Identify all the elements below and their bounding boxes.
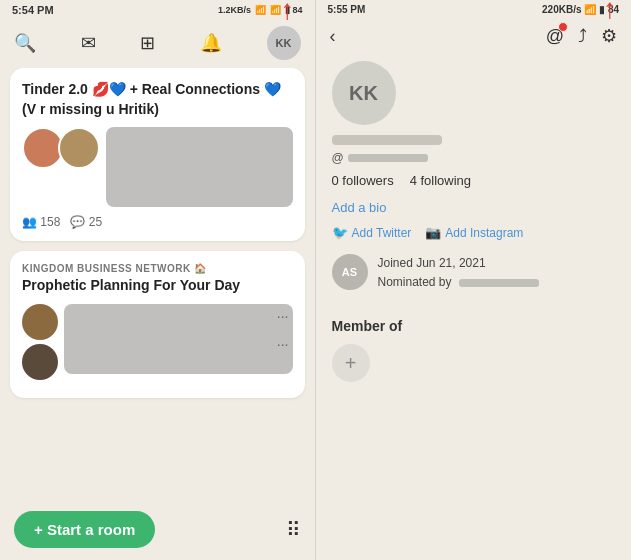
start-room-button[interactable]: + Start a room (14, 511, 155, 548)
joined-date: Joined Jun 21, 2021 (378, 254, 539, 273)
messages-icon[interactable]: ✉ (81, 32, 96, 54)
card-1[interactable]: Tinder 2.0 💋💙 + Real Connections 💙 (V r … (10, 68, 305, 241)
bell-icon[interactable]: 🔔 (200, 32, 222, 54)
signal-icon-right: 📶 (584, 4, 596, 15)
username-bar (332, 135, 442, 145)
add-instagram-link[interactable]: 📷 Add Instagram (425, 225, 523, 240)
network-left: 1.2KB/s (218, 5, 251, 15)
status-bar-left: 5:54 PM 1.2KB/s 📶 📶 ▮ 84 (0, 0, 315, 20)
nominated-bar (459, 279, 539, 287)
following-count[interactable]: 4 following (410, 173, 471, 188)
card-1-images (22, 127, 293, 207)
network-right: 220KB/s (542, 4, 581, 15)
at-prefix: @ (332, 151, 344, 165)
red-arrow-right: ↑ (603, 0, 617, 25)
instagram-icon: 📷 (425, 225, 441, 240)
comments-count: 💬 25 (70, 215, 102, 229)
add-twitter-label: Add Twitter (352, 226, 412, 240)
time-left: 5:54 PM (12, 4, 54, 16)
top-nav-right: ‹ @ ⤴ ⚙ ↑ (316, 19, 632, 55)
profile-avatar: KK (332, 61, 396, 125)
profile-section: KK @ 0 followers 4 following Add a bio 🐦… (316, 55, 632, 318)
follow-row: 0 followers 4 following (332, 173, 616, 188)
user-avatar-btn[interactable]: KK (267, 26, 301, 60)
status-bar-right: 5:55 PM 220KB/s 📶 ▮ 84 (316, 0, 632, 19)
share-icon[interactable]: ⤴ (578, 26, 587, 47)
twitter-icon: 🐦 (332, 225, 348, 240)
member-of-section: Member of + (316, 318, 632, 382)
card-2-title: Prophetic Planning For Your Day (22, 276, 293, 296)
joined-row: AS Joined Jun 21, 2021 Nominated by (332, 254, 616, 292)
calendar-icon[interactable]: ⊞ (140, 32, 155, 54)
top-nav-left: 🔍 ✉ ⊞ 🔔 KK ↑ (0, 20, 315, 68)
settings-icon[interactable]: ⚙ (601, 25, 617, 47)
add-instagram-label: Add Instagram (445, 226, 523, 240)
left-panel: 5:54 PM 1.2KB/s 📶 📶 ▮ 84 🔍 ✉ ⊞ 🔔 KK ↑ Ti… (0, 0, 315, 560)
feed: Tinder 2.0 💋💙 + Real Connections 💙 (V r … (0, 68, 315, 503)
start-room-label: + Start a room (34, 521, 135, 538)
card-2-avatar-1 (22, 304, 58, 340)
card-1-avatar-2 (58, 127, 100, 169)
time-right: 5:55 PM (328, 4, 366, 15)
profile-avatar-label: KK (349, 82, 378, 105)
nominated-row: Nominated by (378, 273, 539, 292)
handle-row: @ (332, 151, 616, 165)
card-2-label: KINGDOM BUSINESS NETWORK 🏠 (22, 263, 293, 274)
joined-avatar: AS (332, 254, 368, 290)
back-button[interactable]: ‹ (330, 26, 336, 47)
joined-info: Joined Jun 21, 2021 Nominated by (378, 254, 539, 292)
handle-bar (348, 154, 428, 162)
add-twitter-link[interactable]: 🐦 Add Twitter (332, 225, 412, 240)
followers-count[interactable]: 0 followers (332, 173, 394, 188)
social-row: 🐦 Add Twitter 📷 Add Instagram (332, 225, 616, 240)
card-2-images: ··· ··· (22, 304, 293, 380)
search-icon[interactable]: 🔍 (14, 32, 36, 54)
notification-badge (558, 22, 568, 32)
card-1-image (106, 127, 293, 207)
card-2-avatar-2 (22, 344, 58, 380)
red-arrow-left: ↑ (281, 0, 295, 24)
card-1-meta: 👥 158 💬 25 (22, 215, 293, 229)
member-of-label: Member of (332, 318, 616, 334)
avatar-label: KK (276, 37, 292, 49)
right-panel: 5:55 PM 220KB/s 📶 ▮ 84 ‹ @ ⤴ ⚙ ↑ KK @ (316, 0, 632, 560)
right-nav-icons: @ ⤴ ⚙ (546, 25, 617, 47)
card-2-image-1 (64, 304, 293, 374)
card-1-title: Tinder 2.0 💋💙 + Real Connections 💙 (V r … (22, 80, 293, 119)
bottom-bar: + Start a room ⠿ (0, 503, 315, 560)
listeners-count: 👥 158 (22, 215, 60, 229)
at-icon[interactable]: @ (546, 26, 564, 47)
add-bio-link[interactable]: Add a bio (332, 200, 616, 215)
card-2[interactable]: KINGDOM BUSINESS NETWORK 🏠 Prophetic Pla… (10, 251, 305, 398)
wifi-icon: 📶 (270, 5, 281, 15)
add-member-button[interactable]: + (332, 344, 370, 382)
signal-icon: 📶 (255, 5, 266, 15)
grid-icon[interactable]: ⠿ (286, 518, 301, 542)
card-2-avatars (22, 304, 58, 380)
